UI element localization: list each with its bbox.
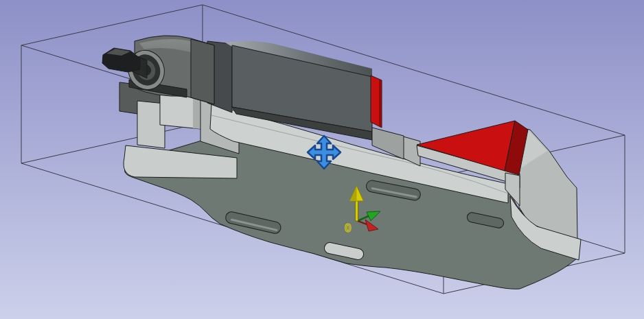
origin-label: 0 — [345, 222, 351, 235]
3d-viewport[interactable]: 0 — [0, 0, 644, 319]
vise-model[interactable] — [102, 36, 581, 289]
lead-screw-assembly[interactable] — [102, 36, 214, 104]
screw-housing-facet — [191, 39, 214, 104]
movable-jaw-plate-red-edge — [379, 79, 382, 128]
axis-yellow-shaft — [356, 200, 358, 221]
cad-scene[interactable]: 0 — [0, 0, 644, 319]
